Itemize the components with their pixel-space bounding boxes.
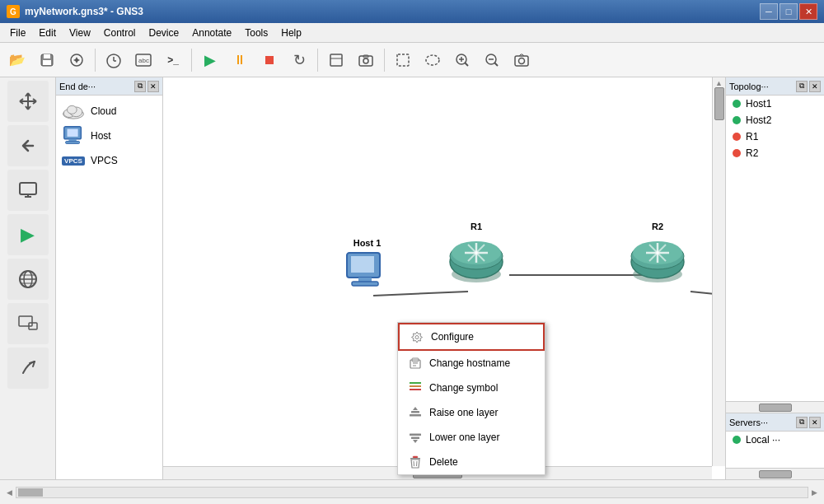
svg-rect-42 [66,142,80,144]
vpcs-icon: VPCS [61,152,86,170]
topology-scroll-thumb[interactable] [759,404,792,412]
svg-text:abc: abc [138,57,149,64]
raise-icon [408,405,423,420]
scroll-up-btn[interactable]: ▲ [715,79,723,87]
lower-icon [408,430,423,445]
device-panel-title: End de··· [59,82,96,91]
server-local[interactable]: Local ··· [726,432,824,448]
device-item-vpcs[interactable]: VPCS VPCS [59,148,159,173]
toolbar-terminal[interactable]: >_ [159,46,187,74]
status-bar-scrollbar[interactable] [16,487,808,498]
ctx-lower-layer[interactable]: Lower one layer [398,425,545,450]
topo-host2[interactable]: Host2 [726,112,824,128]
toolbar-zoom-in[interactable] [448,46,476,74]
toolbar-camera[interactable] [508,46,536,74]
menu-file[interactable]: File [3,26,32,40]
svg-point-12 [363,58,368,63]
lt-play[interactable]: ▶ [7,214,49,255]
status-scroll-thumb[interactable] [18,488,43,497]
ctx-raise-layer[interactable]: Raise one layer [398,400,545,425]
ctx-configure[interactable]: Configure [398,323,545,351]
lt-back[interactable] [7,125,49,166]
minimize-button[interactable]: ─ [760,3,778,20]
toolbar-pause-all[interactable]: ⏸ [226,46,254,74]
servers-list: Local ··· [726,432,824,468]
topology-title: Topolog··· [729,82,769,91]
topology-float-btn[interactable]: ⧉ [796,81,808,92]
menu-annotate[interactable]: Annotate [185,26,238,40]
topology-scrollbar[interactable] [726,401,824,413]
app-icon: G [7,5,20,18]
servers-float-btn[interactable]: ⧉ [796,417,808,428]
toolbar-save[interactable] [33,46,61,74]
toolbar-stop-all[interactable]: ⏹ [255,46,283,74]
menu-device[interactable]: Device [143,26,186,40]
toolbar-reload[interactable]: ↻ [285,46,313,74]
close-button[interactable]: ✕ [799,3,817,20]
svg-rect-78 [410,414,421,417]
servers-close-btn[interactable]: ✕ [809,417,821,428]
toolbar-select-rect[interactable] [389,46,417,74]
canvas-scrollbar-vertical[interactable]: ▲ [712,77,725,466]
svg-line-85 [417,461,418,466]
ctx-delete[interactable]: Delete [398,450,545,474]
lt-screen[interactable] [7,170,49,211]
toolbar-snapshot[interactable] [63,46,91,74]
menu-control[interactable]: Control [97,26,143,40]
local-status-dot [733,436,741,444]
ctx-change-hostname[interactable]: Change hostname [398,351,545,376]
toolbar-select-ellipse[interactable] [419,46,447,74]
lt-globe[interactable] [7,259,49,300]
servers-scrollbar[interactable] [726,468,824,479]
toolbar-console-type[interactable]: abc [129,46,157,74]
menu-edit[interactable]: Edit [32,26,63,40]
menu-view[interactable]: View [63,26,97,40]
servers-scroll-thumb[interactable] [759,470,792,478]
lt-arrow[interactable] [7,348,49,389]
host-icon [61,127,86,145]
ctx-delete-label: Delete [429,456,458,468]
panel-float-btn[interactable]: ⧉ [134,81,146,92]
menu-tools[interactable]: Tools [238,26,274,40]
status-scroll-right[interactable]: ▶ [812,488,817,497]
r1-icon [443,233,509,287]
svg-rect-40 [68,129,78,137]
maximize-button[interactable]: □ [780,3,798,20]
toolbar: 📂 abc >_ ▶ ⏸ ⏹ ↻ [0,43,824,77]
node-r2[interactable]: R2 [625,222,691,287]
configure-icon [410,329,424,344]
toolbar-start-all[interactable]: ▶ [196,46,224,74]
topo-host1[interactable]: Host1 [726,96,824,112]
toolbar-timer[interactable] [100,46,128,74]
svg-rect-82 [413,456,418,458]
device-item-host[interactable]: Host [59,124,159,148]
topology-list: Host1 Host2 R1 R2 [726,96,824,401]
lt-move[interactable] [7,81,49,122]
host1-icon [340,250,394,299]
lt-device-screen[interactable] [7,303,49,344]
topology-close-btn[interactable]: ✕ [809,81,821,92]
ctx-change-symbol[interactable]: Change symbol [398,376,545,400]
menu-help[interactable]: Help [274,26,308,40]
toolbar-screenshot2[interactable] [352,46,380,74]
svg-rect-49 [352,282,378,286]
toolbar-separator-1 [95,49,96,72]
host2-status-dot [733,116,741,124]
node-r1[interactable]: R1 [443,222,509,287]
toolbar-edit-node[interactable] [322,46,350,74]
panel-close-btn[interactable]: ✕ [147,81,159,92]
symbol-icon [408,380,423,395]
node-host1[interactable]: Host 1 [340,238,394,299]
scroll-thumb-v[interactable] [714,87,724,120]
device-item-cloud[interactable]: Cloud [59,99,159,124]
toolbar-open-folder[interactable]: 📂 [3,46,31,74]
status-scroll-left[interactable]: ◀ [7,488,12,497]
device-panel-header: End de··· ⧉ ✕ [56,77,162,96]
toolbar-zoom-out[interactable] [478,46,506,74]
topo-r2[interactable]: R2 [726,145,824,161]
context-menu: Configure Change hostname Change symbol [397,322,545,475]
svg-line-19 [465,63,468,66]
topo-r1[interactable]: R1 [726,128,824,145]
topology-panel-controls: ⧉ ✕ [796,81,821,92]
canvas-area[interactable]: Host 1 R1 [163,77,725,479]
